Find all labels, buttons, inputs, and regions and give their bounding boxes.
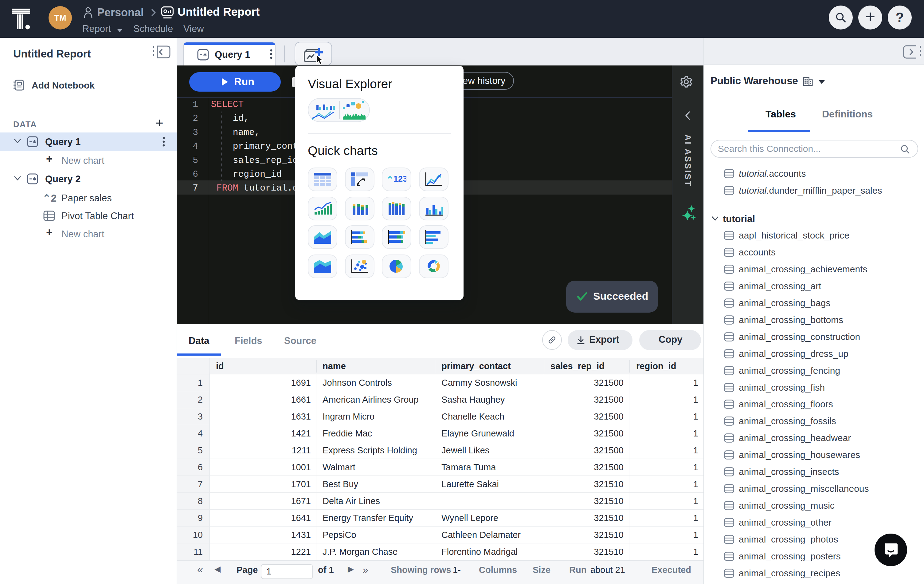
svg-text:123: 123 (393, 174, 406, 184)
